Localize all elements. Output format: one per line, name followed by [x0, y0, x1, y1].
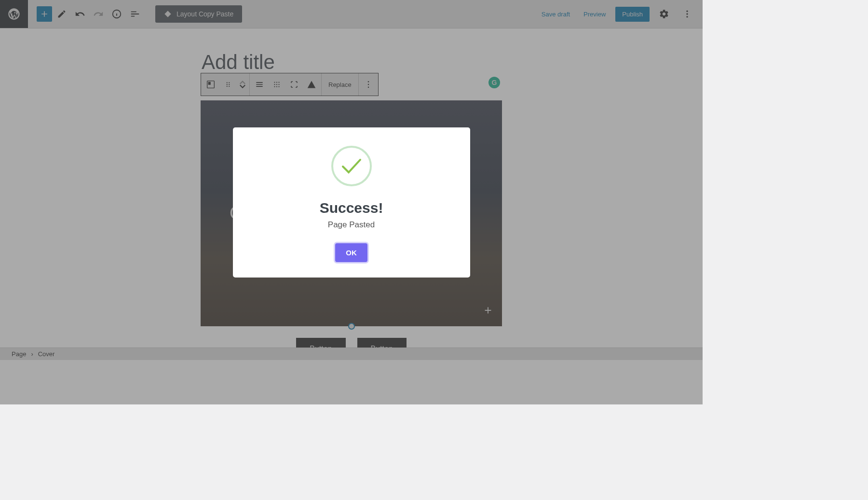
checkmark-icon — [341, 158, 362, 174]
modal-title: Success! — [320, 200, 383, 216]
success-check-icon — [331, 146, 372, 186]
modal-overlay: Success! Page Pasted OK — [0, 0, 703, 404]
modal-ok-button[interactable]: OK — [335, 243, 367, 262]
success-modal: Success! Page Pasted OK — [233, 127, 470, 278]
modal-message: Page Pasted — [328, 220, 375, 230]
